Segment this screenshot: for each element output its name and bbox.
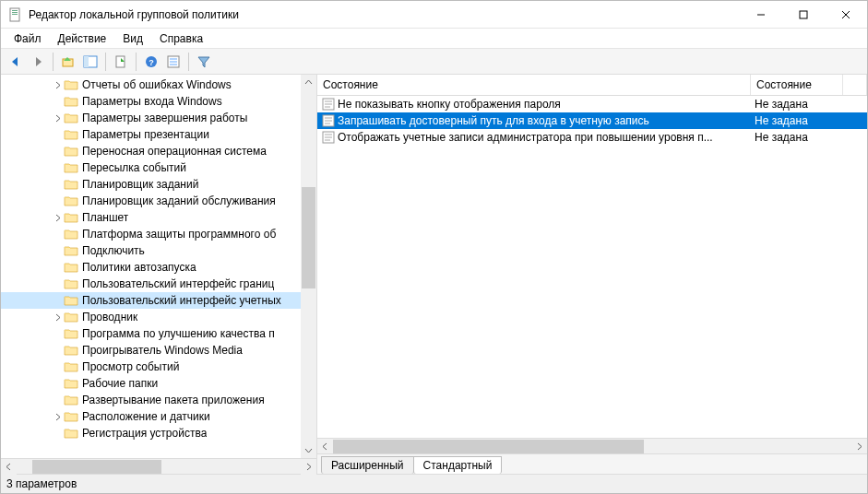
scroll-up-button[interactable] xyxy=(301,75,316,90)
svg-rect-3 xyxy=(12,14,18,15)
setting-icon xyxy=(321,97,336,112)
help-button[interactable]: ? xyxy=(141,52,161,72)
scroll-thumb[interactable] xyxy=(32,460,161,474)
tree-item[interactable]: Параметры презентации xyxy=(1,126,316,143)
maximize-button[interactable] xyxy=(782,1,825,28)
folder-icon xyxy=(64,178,78,191)
folder-icon xyxy=(64,277,78,290)
window-title: Редактор локальной групповой политики xyxy=(29,8,740,21)
folder-icon xyxy=(64,128,78,141)
menu-help[interactable]: Справка xyxy=(152,30,210,47)
folder-icon xyxy=(64,228,78,241)
tree-item-label: Планировщик заданий xyxy=(82,178,198,191)
tab-extended[interactable]: Расширенный xyxy=(321,456,414,474)
tree-item[interactable]: Рабочие папки xyxy=(1,375,316,392)
back-button[interactable] xyxy=(6,52,26,72)
folder-icon xyxy=(64,294,78,307)
scroll-right-button[interactable] xyxy=(301,459,316,475)
tree-item[interactable]: Отчеты об ошибках Windows xyxy=(1,76,316,93)
folder-icon xyxy=(64,112,78,124)
tree-item[interactable]: Параметры входа Windows xyxy=(1,93,316,110)
tree-item[interactable]: Регистрация устройства xyxy=(1,425,316,441)
tree-item[interactable]: Проводник xyxy=(1,309,316,325)
scroll-track[interactable] xyxy=(17,459,301,474)
tree-item[interactable]: Пользовательский интерфейс границ xyxy=(1,276,316,292)
properties-button[interactable] xyxy=(163,52,184,72)
tree-item[interactable]: Пересылка событий xyxy=(1,159,316,176)
setting-name: Не показывать кнопку отображения пароля xyxy=(338,98,561,111)
chevron-right-icon[interactable] xyxy=(52,212,64,224)
scroll-thumb[interactable] xyxy=(333,440,644,453)
vertical-scrollbar[interactable] xyxy=(301,75,316,458)
tree-item[interactable]: Программа по улучшению качества п xyxy=(1,325,316,342)
tree-item[interactable]: Переносная операционная система xyxy=(1,143,316,159)
show-hide-tree-button[interactable] xyxy=(80,52,101,72)
titlebar[interactable]: Редактор локальной групповой политики xyxy=(1,1,867,29)
column-header-extra[interactable] xyxy=(843,75,867,95)
tree-item[interactable]: Просмотр событий xyxy=(1,359,316,375)
menubar: Файл Действие Вид Справка xyxy=(1,29,867,49)
tree-container[interactable]: Отчеты об ошибках WindowsПараметры входа… xyxy=(1,75,316,458)
menu-view[interactable]: Вид xyxy=(115,30,150,47)
tree-item[interactable]: Платформа защиты программного об xyxy=(1,226,316,242)
up-button[interactable] xyxy=(58,52,78,72)
tree-item[interactable]: Проигрыватель Windows Media xyxy=(1,342,316,359)
filter-button[interactable] xyxy=(194,52,214,72)
horizontal-scrollbar[interactable] xyxy=(1,458,316,474)
folder-icon xyxy=(64,394,78,406)
close-button[interactable] xyxy=(825,1,867,28)
tree-item[interactable]: Развертывание пакета приложения xyxy=(1,392,316,408)
svg-rect-10 xyxy=(84,56,89,67)
minimize-button[interactable] xyxy=(740,1,782,28)
folder-icon xyxy=(64,360,78,373)
list-row[interactable]: Отображать учетные записи администратора… xyxy=(317,129,867,146)
scroll-left-button[interactable] xyxy=(1,459,17,475)
chevron-right-icon[interactable] xyxy=(52,112,64,124)
folder-icon xyxy=(64,377,78,390)
list-body[interactable]: Не показывать кнопку отображения пароляН… xyxy=(317,96,867,438)
tree-item-label: Пользовательский интерфейс границ xyxy=(82,277,274,290)
chevron-right-icon[interactable] xyxy=(52,79,64,91)
folder-icon xyxy=(64,327,78,340)
horizontal-scrollbar[interactable] xyxy=(317,438,867,453)
tree-item-label: Регистрация устройства xyxy=(82,427,207,440)
menu-action[interactable]: Действие xyxy=(51,30,114,47)
toolbar-separator xyxy=(188,53,189,71)
scroll-down-button[interactable] xyxy=(301,442,316,458)
tree-item[interactable]: Политики автозапуска xyxy=(1,259,316,276)
folder-icon xyxy=(64,427,78,440)
tree-item-label: Расположение и датчики xyxy=(82,410,210,423)
tree-item[interactable]: Планшет xyxy=(1,209,316,226)
tree-item-label: Просмотр событий xyxy=(82,360,179,373)
chevron-right-icon[interactable] xyxy=(52,312,64,323)
tree-item-label: Планшет xyxy=(82,211,128,224)
scroll-track[interactable] xyxy=(333,439,851,453)
list-row[interactable]: Не показывать кнопку отображения пароляН… xyxy=(317,96,867,112)
tab-standard[interactable]: Стандартный xyxy=(413,456,503,474)
status-text: 3 параметров xyxy=(6,477,77,490)
folder-icon xyxy=(64,311,78,323)
tree-item[interactable]: Параметры завершения работы xyxy=(1,110,316,126)
forward-button[interactable] xyxy=(28,52,48,72)
tree-item[interactable]: Планировщик заданий обслуживания xyxy=(1,193,316,209)
tree-item[interactable]: Планировщик заданий xyxy=(1,176,316,193)
tree: Отчеты об ошибках WindowsПараметры входа… xyxy=(1,75,316,443)
content-area: Отчеты об ошибках WindowsПараметры входа… xyxy=(1,75,867,474)
svg-rect-1 xyxy=(12,10,18,11)
scroll-track[interactable] xyxy=(301,90,316,442)
column-header-state[interactable]: Состояние xyxy=(751,75,843,95)
scroll-left-button[interactable] xyxy=(317,439,333,454)
scroll-thumb[interactable] xyxy=(302,187,315,288)
tree-item[interactable]: Пользовательский интерфейс учетных xyxy=(1,292,316,309)
folder-icon xyxy=(64,194,78,207)
menu-file[interactable]: Файл xyxy=(6,30,49,47)
setting-state-cell: Не задана xyxy=(751,114,843,127)
scroll-right-button[interactable] xyxy=(851,439,867,454)
chevron-right-icon[interactable] xyxy=(52,411,64,423)
list-row[interactable]: Запрашивать достоверный путь для входа в… xyxy=(317,112,867,129)
tree-item[interactable]: Подключить xyxy=(1,242,316,259)
tree-item-label: Подключить xyxy=(82,244,145,257)
column-header-name[interactable]: Состояние xyxy=(317,75,751,95)
export-button[interactable] xyxy=(111,52,131,72)
tree-item[interactable]: Расположение и датчики xyxy=(1,408,316,425)
